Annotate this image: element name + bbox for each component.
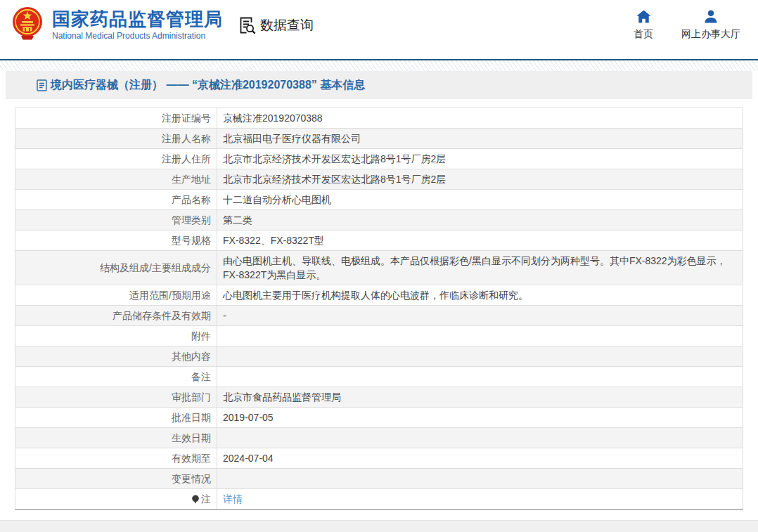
nav-home-label: 首页 — [634, 28, 653, 41]
info-table: 注册证编号京械注准20192070388注册人名称北京福田电子医疗仪器有限公司注… — [15, 108, 743, 510]
info-table-body: 注册证编号京械注准20192070388注册人名称北京福田电子医疗仪器有限公司注… — [15, 108, 743, 510]
table-row: 生产地址北京市北京经济技术开发区宏达北路8号1号厂房2层 — [15, 169, 743, 190]
data-query-label: 数据查询 — [260, 16, 314, 34]
row-value — [217, 346, 743, 367]
row-value: 心电图机主要用于医疗机构提取人体的心电波群，作临床诊断和研究。 — [217, 285, 743, 306]
table-row: 批准日期2019-07-05 — [15, 408, 743, 428]
row-value: 十二道自动分析心电图机 — [217, 190, 743, 210]
document-icon — [37, 79, 47, 91]
row-value: 北京市食品药品监督管理局 — [217, 387, 743, 408]
row-value: 北京市北京经济技术开发区宏达北路8号1号厂房2层 — [217, 149, 743, 169]
row-value — [217, 367, 743, 387]
row-value: FX-8322、FX-8322T型 — [217, 231, 743, 251]
row-value — [217, 428, 743, 448]
table-row: 变更情况 — [15, 469, 743, 489]
table-row: 注册证编号京械注准20192070388 — [15, 108, 743, 129]
site-header: 国家药品监督管理局 National Medical Products Admi… — [0, 0, 758, 60]
table-row: 生效日期 — [15, 428, 743, 448]
row-label: 批准日期 — [15, 408, 217, 428]
row-value — [217, 326, 743, 346]
row-label: 生效日期 — [15, 428, 217, 448]
row-label: 变更情况 — [15, 469, 217, 489]
row-value: 第二类 — [217, 210, 743, 231]
data-query-icon — [237, 15, 257, 35]
row-label: 审批部门 — [15, 387, 217, 408]
row-label: 注册人名称 — [15, 129, 217, 149]
table-row: 结构及组成/主要组成成分由心电图机主机、导联线、电极组成。本产品仅根据彩色/黑白… — [15, 251, 743, 285]
row-label: 产品名称 — [15, 190, 217, 210]
row-value: 2019-07-05 — [217, 408, 743, 428]
user-icon — [704, 10, 718, 23]
nav-service-hall[interactable]: 网上办事大厅 — [681, 10, 740, 41]
note-balloon-icon — [191, 495, 200, 504]
row-label: 注册人住所 — [15, 149, 217, 169]
site-title: 国家药品监督管理局 — [52, 9, 223, 29]
site-subtitle: National Medical Products Administration — [52, 31, 223, 41]
details-link[interactable]: 详情 — [223, 493, 243, 505]
row-value: 详情 — [217, 489, 743, 510]
row-value: 由心电图机主机、导联线、电极组成。本产品仅根据彩色/黑白显示不同划分为两种型号。… — [217, 251, 743, 285]
row-label: 附件 — [15, 326, 217, 346]
page-title-bar: 境内医疗器械（注册） —— “京械注准20192070388” 基本信息 — [6, 71, 752, 99]
row-value — [217, 469, 743, 489]
main-panel: 境内医疗器械（注册） —— “京械注准20192070388” 基本信息 注册证… — [6, 71, 752, 520]
row-label: 有效期至 — [15, 448, 217, 469]
table-row: 产品储存条件及有效期- — [15, 306, 743, 326]
content-area: 注册证编号京械注准20192070388注册人名称北京福田电子医疗仪器有限公司注… — [6, 99, 752, 520]
table-row: 备注 — [15, 367, 743, 387]
table-row: 型号规格FX-8322、FX-8322T型 — [15, 231, 743, 251]
row-label: 注 — [15, 489, 217, 510]
top-nav: 首页 网上办事大厅 — [634, 10, 740, 41]
table-row: 管理类别第二类 — [15, 210, 743, 231]
row-label: 注册证编号 — [15, 108, 217, 129]
row-value: 京械注准20192070388 — [217, 108, 743, 129]
table-row: 注册人住所北京市北京经济技术开发区宏达北路8号1号厂房2层 — [15, 149, 743, 169]
row-label: 型号规格 — [15, 231, 217, 251]
table-row: 审批部门北京市食品药品监督管理局 — [15, 387, 743, 408]
nav-service-hall-label: 网上办事大厅 — [681, 28, 740, 41]
row-value: - — [217, 306, 743, 326]
table-row: 产品名称十二道自动分析心电图机 — [15, 190, 743, 210]
table-row: 注册人名称北京福田电子医疗仪器有限公司 — [15, 129, 743, 149]
table-row: 附件 — [15, 326, 743, 346]
table-row: 有效期至2024-07-04 — [15, 448, 743, 469]
table-row: 注详情 — [15, 489, 743, 510]
bottom-strip — [0, 520, 758, 532]
row-value: 北京福田电子医疗仪器有限公司 — [217, 129, 743, 149]
row-label: 备注 — [15, 367, 217, 387]
page-title: 境内医疗器械（注册） —— “京械注准20192070388” 基本信息 — [51, 78, 365, 93]
row-label: 产品储存条件及有效期 — [15, 306, 217, 326]
nav-home[interactable]: 首页 — [634, 10, 653, 41]
row-label: 其他内容 — [15, 346, 217, 367]
row-label: 适用范围/预期用途 — [15, 285, 217, 306]
home-icon — [636, 10, 651, 23]
table-row: 其他内容 — [15, 346, 743, 367]
national-emblem-logo — [11, 6, 44, 40]
data-query-tab[interactable]: 数据查询 — [237, 15, 314, 35]
row-value: 北京市北京经济技术开发区宏达北路8号1号厂房2层 — [217, 169, 743, 190]
table-row: 适用范围/预期用途心电图机主要用于医疗机构提取人体的心电波群，作临床诊断和研究。 — [15, 285, 743, 306]
row-label: 结构及组成/主要组成成分 — [15, 251, 217, 285]
row-label: 生产地址 — [15, 169, 217, 190]
row-label: 管理类别 — [15, 210, 217, 231]
stripe-band — [0, 60, 758, 71]
row-value: 2024-07-04 — [217, 448, 743, 469]
